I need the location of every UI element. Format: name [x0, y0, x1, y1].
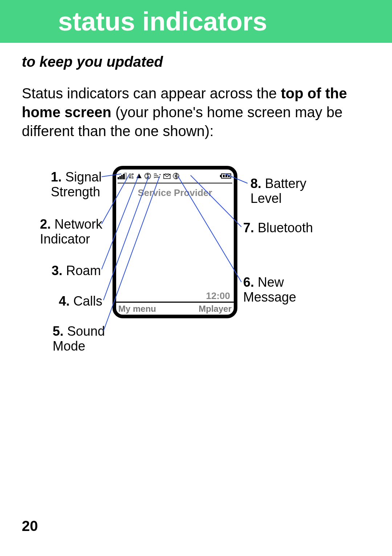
para-pre: Status indicators can appear across the	[22, 85, 281, 101]
svg-marker-5	[136, 173, 142, 178]
content: to keep you updated Status indicators ca…	[0, 43, 392, 376]
callout-num: 4.	[59, 294, 70, 308]
signal-icon	[118, 173, 127, 179]
callout-num: 6.	[243, 275, 254, 290]
description-paragraph: Status indicators can appear across the …	[22, 84, 370, 140]
callout-bluetooth: 7. Bluetooth	[243, 220, 313, 235]
svg-rect-2	[121, 175, 123, 179]
svg-rect-1	[119, 176, 121, 179]
softkey-left: My menu	[118, 304, 156, 314]
sound-icon	[153, 173, 161, 179]
svg-rect-15	[228, 175, 230, 177]
svg-rect-0	[118, 177, 119, 179]
callout-label: Roam	[66, 263, 101, 278]
callout-battery-level: 8. Battery Level	[250, 176, 306, 206]
callout-signal-strength: 1. Signal Strength	[51, 169, 102, 200]
message-icon	[163, 173, 171, 179]
callout-label: Bluetooth	[258, 220, 313, 235]
softkey-bar: My menu Mplayer	[116, 302, 234, 315]
gprs-icon: GPRS	[129, 173, 134, 179]
callout-roam: 3. Roam	[52, 263, 101, 278]
subtitle: to keep you updated	[22, 54, 370, 70]
callout-num: 3.	[52, 263, 62, 278]
svg-rect-3	[123, 174, 124, 179]
callout-num: 7.	[243, 220, 254, 235]
banner-title: status indicators	[58, 7, 267, 36]
banner: status indicators	[0, 0, 392, 43]
svg-point-8	[160, 174, 161, 175]
callout-new-message: 6. New Message	[243, 275, 296, 305]
callout-sound-mode: 5. Sound Mode	[53, 324, 105, 354]
phone-bottom: 12:00 My menu Mplayer	[116, 290, 234, 315]
callout-label: Calls	[73, 294, 102, 308]
callout-network-indicator: 2. Network Indicator	[40, 217, 102, 247]
callout-num: 5.	[53, 324, 64, 339]
svg-rect-12	[220, 175, 221, 177]
diagram: 1. Signal Strength 2. Network Indicator …	[25, 159, 367, 376]
phone-mockup: GPRS	[113, 166, 237, 318]
calls-icon	[144, 173, 151, 179]
callout-num: 8.	[250, 176, 261, 191]
service-provider-label: Service Provider	[116, 187, 234, 199]
bluetooth-icon	[173, 173, 179, 179]
page-number: 20	[22, 518, 38, 534]
svg-rect-14	[225, 175, 227, 177]
callout-num: 1.	[51, 169, 62, 184]
svg-rect-13	[223, 175, 225, 177]
clock-label: 12:00	[116, 290, 234, 302]
status-bar: GPRS	[116, 169, 234, 183]
battery-icon	[220, 173, 232, 179]
roam-icon	[136, 173, 142, 179]
svg-rect-4	[125, 173, 126, 179]
callout-calls: 4. Calls	[59, 294, 102, 308]
softkey-right: Mplayer	[199, 304, 232, 314]
callout-num: 2.	[40, 217, 51, 232]
